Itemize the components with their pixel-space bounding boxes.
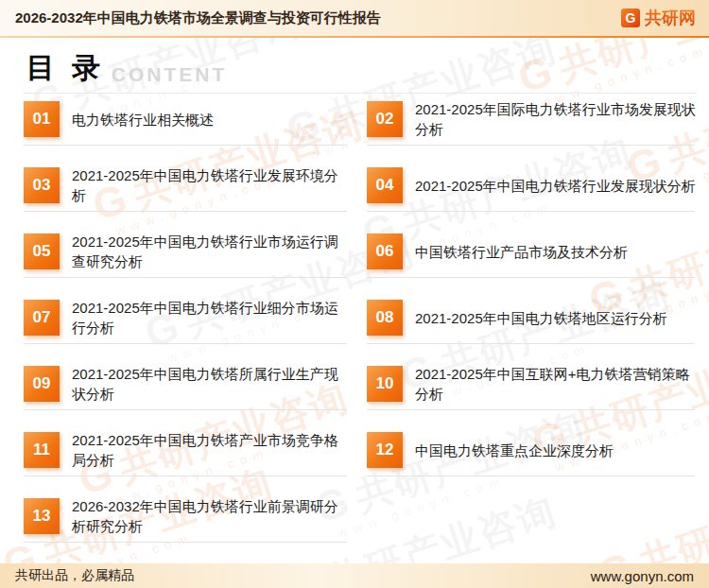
page: G共研产业咨询www.gonyn.com G共研产业咨询www.gonyn.co… (0, 0, 709, 588)
toc-item-09: 09 2021-2025年中国电力铁塔所属行业生产现状分析 (24, 360, 349, 426)
footer-slogan: 共研出品，必属精品 (15, 567, 134, 584)
toc-item-05: 05 2021-2025年中国电力铁塔行业市场运行调查研究分析 (24, 228, 349, 294)
toc-item-04: 04 2021-2025年中国电力铁塔行业发展现状分析 (367, 162, 697, 228)
chapter-number-badge: 07 (24, 300, 60, 336)
chapter-number-badge: 12 (367, 432, 403, 468)
footer-site-url: www.gonyn.com (591, 568, 694, 584)
chapter-title: 2026-2032年中国电力铁塔行业前景调研分析研究分析 (72, 496, 349, 536)
toc-subtitle: CONTENT (112, 63, 228, 85)
chapter-title: 2021-2025年中国电力铁塔行业发展环境分析 (72, 165, 349, 205)
toc-item-03: 03 2021-2025年中国电力铁塔行业发展环境分析 (24, 162, 349, 228)
toc-item-10: 10 2021-2025年中国互联网+电力铁塔营销策略分析 (367, 360, 697, 426)
toc-item-11: 11 2021-2025年中国电力铁塔产业市场竞争格局分析 (24, 426, 349, 493)
chapter-number-badge: 01 (24, 101, 60, 137)
chapter-title: 中国电力铁塔重点企业深度分析 (415, 441, 614, 460)
toc-column-left: 01 电力铁塔行业相关概述 03 2021-2025年中国电力铁塔行业发展环境分… (24, 95, 349, 559)
chapter-title: 2021-2025年中国电力铁塔产业市场竞争格局分析 (72, 430, 349, 470)
chapter-title: 2021-2025年国际电力铁塔行业市场发展现状分析 (415, 99, 697, 139)
chapter-title: 2021-2025年中国电力铁塔行业发展现状分析 (415, 176, 696, 196)
header-bar: 2026-2032年中国电力铁塔市场全景调查与投资可行性报告 G 共研网 (0, 0, 709, 36)
toc-item-01: 01 电力铁塔行业相关概述 (24, 95, 349, 162)
chapter-number-badge: 11 (24, 432, 60, 468)
chapter-title: 2021-2025年中国互联网+电力铁塔营销策略分析 (415, 364, 697, 404)
toc-title: 目 录 (26, 52, 105, 83)
logo-text: 共研网 (645, 7, 696, 29)
chapter-title: 电力铁塔行业相关概述 (72, 110, 214, 130)
toc-column-right: 02 2021-2025年国际电力铁塔行业市场发展现状分析 04 2021-20… (367, 95, 697, 559)
chapter-number-badge: 08 (367, 300, 403, 336)
toc-heading: 目 录 CONTENT (0, 38, 709, 85)
chapter-title: 2021-2025年中国电力铁塔所属行业生产现状分析 (72, 364, 349, 404)
chapter-number-badge: 04 (367, 167, 403, 203)
chapter-title: 2021-2025年中国电力铁塔行业市场运行调查研究分析 (72, 232, 349, 271)
toc-page: 目 录 CONTENT 01 电力铁塔行业相关概述 03 2021-2025年中… (0, 38, 709, 559)
logo-g-icon: G (621, 9, 640, 27)
toc-item-08: 08 2021-2025年中国电力铁塔地区运行分析 (367, 294, 697, 360)
chapter-number-badge: 10 (367, 366, 403, 402)
heading-divider (24, 93, 697, 94)
report-title: 2026-2032年中国电力铁塔市场全景调查与投资可行性报告 (15, 9, 381, 27)
toc-item-06: 06 中国铁塔行业产品市场及技术分析 (367, 228, 697, 294)
toc-item-12: 12 中国电力铁塔重点企业深度分析 (367, 426, 697, 493)
chapter-title: 中国铁塔行业产品市场及技术分析 (415, 242, 628, 262)
chapter-number-badge: 02 (367, 101, 403, 137)
toc-columns: 01 电力铁塔行业相关概述 03 2021-2025年中国电力铁塔行业发展环境分… (0, 95, 709, 559)
brand-logo: G 共研网 (621, 7, 696, 29)
toc-item-07: 07 2021-2025年中国电力铁塔行业细分市场运行分析 (24, 294, 349, 360)
chapter-title: 2021-2025年中国电力铁塔行业细分市场运行分析 (72, 298, 349, 337)
header-accent-line (0, 36, 709, 38)
toc-item-02: 02 2021-2025年国际电力铁塔行业市场发展现状分析 (367, 95, 697, 162)
chapter-number-badge: 03 (24, 167, 60, 203)
chapter-title: 2021-2025年中国电力铁塔地区运行分析 (415, 308, 667, 328)
chapter-number-badge: 06 (367, 233, 403, 269)
chapter-number-badge: 13 (24, 498, 60, 534)
footer-bar: 共研出品，必属精品 www.gonyn.com (0, 563, 709, 588)
toc-item-13: 13 2026-2032年中国电力铁塔行业前景调研分析研究分析 (24, 493, 349, 559)
chapter-number-badge: 05 (24, 233, 60, 269)
chapter-number-badge: 09 (24, 366, 60, 402)
